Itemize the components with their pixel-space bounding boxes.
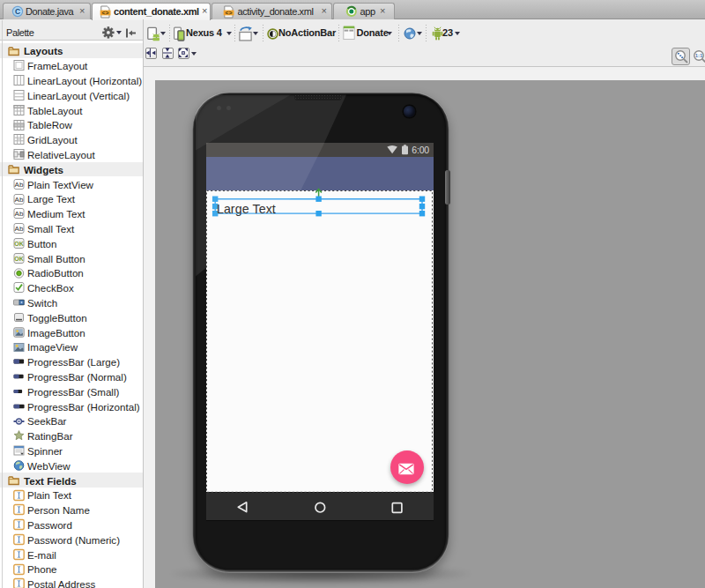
svg-text:<>: <> — [226, 10, 233, 16]
svg-text:C: C — [15, 7, 20, 16]
svg-text:Ab: Ab — [15, 210, 24, 218]
svg-text:1:1: 1:1 — [695, 53, 703, 58]
svg-text:OK: OK — [14, 241, 24, 247]
svg-text:Ab: Ab — [15, 196, 24, 204]
svg-text:Ab: Ab — [15, 225, 24, 233]
svg-text:Ab: Ab — [15, 181, 24, 189]
svg-text:<>: <> — [102, 10, 109, 16]
svg-text:OK: OK — [14, 256, 24, 262]
